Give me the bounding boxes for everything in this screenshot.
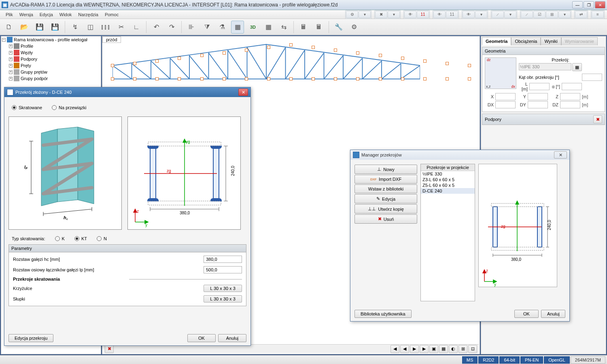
- dz-input[interactable]: [560, 101, 580, 108]
- ribbon-btn[interactable]: ⇄: [575, 11, 587, 18]
- z-input[interactable]: [560, 93, 580, 100]
- edycja-przekroju-button[interactable]: Edycja przekroju: [8, 334, 53, 342]
- y-input[interactable]: [528, 93, 548, 100]
- expand-icon[interactable]: +: [9, 57, 13, 61]
- radio-na-przewiazki[interactable]: Na przewiązki: [52, 105, 86, 110]
- grid-icon[interactable]: ▦: [262, 21, 275, 34]
- delete-icon[interactable]: ✖: [105, 345, 114, 353]
- expand-icon[interactable]: +: [9, 44, 13, 48]
- tree-item[interactable]: +Profile: [1, 43, 101, 49]
- ribbon-btn[interactable]: ▾: [359, 11, 371, 18]
- ribbon-btn[interactable]: 👁: [404, 11, 416, 18]
- expand-icon[interactable]: +: [9, 64, 13, 68]
- ribbon-btn[interactable]: ▾: [558, 11, 571, 18]
- status-cell[interactable]: PN-EN: [520, 356, 543, 364]
- ribbon-btn[interactable]: 👁: [433, 11, 446, 18]
- 3d-icon[interactable]: 3D: [246, 21, 259, 34]
- minimize-button[interactable]: —: [572, 1, 583, 8]
- x-input[interactable]: [495, 93, 516, 100]
- menu-widok[interactable]: Widok: [56, 11, 75, 18]
- calc-icon[interactable]: 🖩: [312, 21, 325, 34]
- biblioteka-button[interactable]: Biblioteka użytkownika: [354, 310, 412, 318]
- krzyzulce-button[interactable]: L 30 x 30 x 3: [204, 285, 242, 292]
- status-cell[interactable]: R2D2: [478, 356, 499, 364]
- tree-item[interactable]: +Podpory: [1, 56, 101, 62]
- nowy-button[interactable]: ⊥Nowy: [354, 165, 417, 174]
- tool-icon[interactable]: ⚗: [216, 21, 229, 34]
- collapse-icon[interactable]: −: [2, 38, 6, 42]
- maximize-button[interactable]: ❐: [584, 1, 594, 8]
- nav-first-icon[interactable]: ◀: [391, 345, 399, 353]
- podpory-del-icon[interactable]: ✖: [593, 115, 602, 123]
- tree-item[interactable]: +Węzły: [1, 49, 101, 56]
- new-file-icon[interactable]: 🗋: [2, 21, 15, 34]
- wstaw-button[interactable]: Wstaw z biblioteki: [354, 184, 417, 193]
- ribbon-btn[interactable]: 👁: [463, 11, 475, 18]
- a-input[interactable]: [562, 83, 582, 90]
- tool-icon[interactable]: ⊪: [185, 21, 198, 34]
- calc-icon[interactable]: 🖩: [297, 21, 310, 34]
- cancel-button[interactable]: Anuluj: [218, 334, 246, 342]
- radio-k[interactable]: K: [55, 236, 65, 241]
- lp-input[interactable]: [204, 266, 242, 273]
- list-item[interactable]: Z3-L 60 x 60 x 5: [421, 177, 475, 182]
- tab-wyniki[interactable]: Wyniki: [541, 37, 561, 45]
- import-dxf-button[interactable]: DXFImport DXF: [354, 175, 417, 184]
- section-browse-button[interactable]: ▦: [572, 63, 582, 71]
- nav-icon[interactable]: ▦: [439, 345, 448, 353]
- tool-icon[interactable]: ↯: [68, 21, 81, 34]
- edycja-button[interactable]: ✎Edycja: [354, 194, 417, 203]
- tree-item[interactable]: +Pręty: [1, 62, 101, 69]
- menu-plik[interactable]: Plik: [2, 11, 16, 18]
- l-input[interactable]: [529, 83, 550, 90]
- tab-obciazenia[interactable]: Obciążenia: [511, 37, 541, 45]
- cut-icon[interactable]: ✂: [115, 21, 127, 34]
- expand-icon[interactable]: +: [9, 51, 13, 55]
- kopiuj-button[interactable]: ⊥⊥Utwórz kopię: [354, 204, 417, 214]
- cancel-button[interactable]: Anuluj: [541, 310, 565, 318]
- ribbon-btn[interactable]: ▾: [475, 11, 487, 18]
- save-as-icon[interactable]: 💾: [49, 21, 62, 34]
- menu-edycja[interactable]: Edycja: [36, 11, 56, 18]
- ribbon-btn[interactable]: ▾: [388, 11, 400, 18]
- ribbon-btn[interactable]: ▾: [504, 11, 516, 18]
- status-cell[interactable]: 64-bit: [499, 356, 520, 364]
- menu-wersja[interactable]: Wersja: [16, 11, 36, 18]
- kat-input[interactable]: [582, 74, 602, 81]
- ribbon-btn[interactable]: ✖: [375, 11, 387, 18]
- usun-button[interactable]: ✖Usuń: [354, 214, 417, 224]
- ribbon-btn[interactable]: ≡: [592, 11, 604, 18]
- tab-geometria[interactable]: Geometria: [482, 37, 511, 45]
- tool-icon[interactable]: ⇆: [277, 21, 290, 34]
- dialog-titlebar[interactable]: Manager przekrojów ✕: [350, 150, 569, 160]
- status-cell[interactable]: OpenGL: [544, 356, 570, 364]
- dialog-close-button[interactable]: ✕: [554, 151, 567, 159]
- save-icon[interactable]: 💾: [33, 21, 46, 34]
- nav-icon[interactable]: ▣: [429, 345, 438, 353]
- tree-item[interactable]: +Grupy prętów: [1, 69, 101, 75]
- filter-icon[interactable]: ⧩: [200, 21, 213, 34]
- open-file-icon[interactable]: 📂: [18, 21, 31, 34]
- dy-input[interactable]: [528, 101, 548, 108]
- ribbon-btn[interactable]: ⊞: [546, 11, 558, 18]
- menu-narzedzia[interactable]: Narzędzia: [75, 11, 102, 18]
- undo-icon[interactable]: ↶: [150, 21, 163, 34]
- expand-icon[interactable]: +: [9, 70, 13, 74]
- tree-item[interactable]: +Grupy podpór: [1, 75, 101, 82]
- dialog-close-button[interactable]: ✕: [238, 89, 248, 96]
- menu-pomoc[interactable]: Pomoc: [102, 11, 122, 18]
- nav-icon[interactable]: ⊞: [458, 345, 467, 353]
- ribbon-btn[interactable]: ☑: [533, 11, 545, 18]
- tree-root[interactable]: − Rama kratownicowa - profile wielogał: [1, 36, 101, 43]
- nav-icon[interactable]: ⊡: [468, 345, 477, 353]
- list-item[interactable]: ½IPE 330: [421, 171, 475, 177]
- dialog-titlebar[interactable]: Przekrój złożony - D-CE 240 ✕: [4, 87, 250, 97]
- nav-last-icon[interactable]: ▶: [420, 345, 429, 353]
- radio-kt[interactable]: KT: [74, 236, 87, 241]
- wrench-icon[interactable]: 🔧: [332, 21, 345, 34]
- ribbon-btn[interactable]: ⟋: [492, 11, 504, 18]
- list-item[interactable]: D-CE 240: [421, 188, 475, 194]
- hc-input[interactable]: [204, 256, 242, 263]
- radio-n[interactable]: N: [97, 236, 107, 241]
- ribbon-btn[interactable]: ⚙: [346, 11, 358, 18]
